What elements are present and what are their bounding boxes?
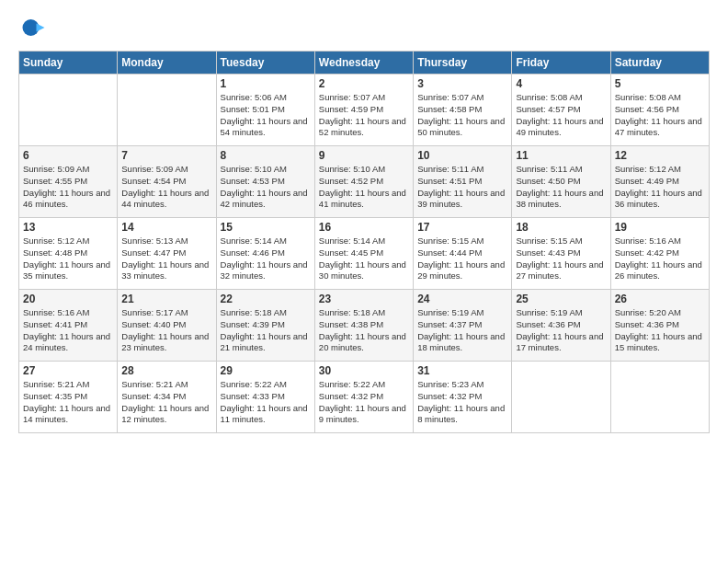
day-info: Sunrise: 5:11 AM Sunset: 4:51 PM Dayligh… xyxy=(417,164,507,211)
calendar-cell: 29Sunrise: 5:22 AM Sunset: 4:33 PM Dayli… xyxy=(216,362,314,433)
day-number: 24 xyxy=(417,293,507,305)
calendar-cell: 30Sunrise: 5:22 AM Sunset: 4:32 PM Dayli… xyxy=(314,362,413,433)
day-number: 3 xyxy=(417,77,507,90)
svg-marker-1 xyxy=(37,24,45,32)
calendar-cell: 3Sunrise: 5:07 AM Sunset: 4:58 PM Daylig… xyxy=(414,75,512,146)
day-number: 28 xyxy=(121,364,211,377)
day-info: Sunrise: 5:07 AM Sunset: 4:59 PM Dayligh… xyxy=(319,92,409,139)
calendar-cell xyxy=(610,362,709,433)
day-info: Sunrise: 5:18 AM Sunset: 4:39 PM Dayligh… xyxy=(221,307,311,354)
day-info: Sunrise: 5:09 AM Sunset: 4:54 PM Dayligh… xyxy=(121,164,211,211)
day-info: Sunrise: 5:21 AM Sunset: 4:35 PM Dayligh… xyxy=(23,379,113,426)
day-number: 20 xyxy=(23,293,113,305)
day-info: Sunrise: 5:22 AM Sunset: 4:32 PM Dayligh… xyxy=(319,379,409,426)
day-info: Sunrise: 5:19 AM Sunset: 4:36 PM Dayligh… xyxy=(516,307,606,354)
day-info: Sunrise: 5:15 AM Sunset: 4:43 PM Dayligh… xyxy=(516,236,606,282)
day-number: 6 xyxy=(23,149,113,162)
calendar-cell: 31Sunrise: 5:23 AM Sunset: 4:32 PM Dayli… xyxy=(414,362,512,433)
day-info: Sunrise: 5:16 AM Sunset: 4:41 PM Dayligh… xyxy=(23,307,113,354)
day-info: Sunrise: 5:07 AM Sunset: 4:58 PM Dayligh… xyxy=(417,92,507,139)
day-number: 2 xyxy=(319,77,409,90)
week-row-4: 27Sunrise: 5:21 AM Sunset: 4:35 PM Dayli… xyxy=(19,362,710,433)
day-info: Sunrise: 5:18 AM Sunset: 4:38 PM Dayligh… xyxy=(319,307,409,354)
day-number: 9 xyxy=(319,149,409,162)
day-number: 13 xyxy=(23,221,113,234)
header xyxy=(18,14,710,41)
calendar-cell: 25Sunrise: 5:19 AM Sunset: 4:36 PM Dayli… xyxy=(512,290,610,362)
day-info: Sunrise: 5:22 AM Sunset: 4:33 PM Dayligh… xyxy=(221,379,311,426)
calendar-cell: 11Sunrise: 5:11 AM Sunset: 4:50 PM Dayli… xyxy=(512,146,610,218)
calendar-cell: 6Sunrise: 5:09 AM Sunset: 4:55 PM Daylig… xyxy=(19,146,118,218)
day-number: 14 xyxy=(121,221,211,234)
day-header-wednesday: Wednesday xyxy=(314,52,413,75)
day-number: 25 xyxy=(516,293,606,305)
day-info: Sunrise: 5:13 AM Sunset: 4:47 PM Dayligh… xyxy=(121,236,211,282)
calendar-cell xyxy=(118,75,216,146)
day-header-friday: Friday xyxy=(512,52,610,75)
day-info: Sunrise: 5:12 AM Sunset: 4:49 PM Dayligh… xyxy=(615,164,705,211)
day-number: 16 xyxy=(319,221,409,234)
day-info: Sunrise: 5:16 AM Sunset: 4:42 PM Dayligh… xyxy=(615,236,705,282)
calendar-cell: 26Sunrise: 5:20 AM Sunset: 4:36 PM Dayli… xyxy=(610,290,709,362)
day-number: 10 xyxy=(417,149,507,162)
calendar-cell: 21Sunrise: 5:17 AM Sunset: 4:40 PM Dayli… xyxy=(118,290,216,362)
day-info: Sunrise: 5:12 AM Sunset: 4:48 PM Dayligh… xyxy=(23,236,113,282)
day-number: 19 xyxy=(615,221,705,234)
calendar-body: 1Sunrise: 5:06 AM Sunset: 5:01 PM Daylig… xyxy=(19,75,710,433)
week-row-0: 1Sunrise: 5:06 AM Sunset: 5:01 PM Daylig… xyxy=(19,75,710,146)
calendar-table: SundayMondayTuesdayWednesdayThursdayFrid… xyxy=(18,51,710,433)
calendar-cell: 19Sunrise: 5:16 AM Sunset: 4:42 PM Dayli… xyxy=(610,218,709,290)
calendar-header: SundayMondayTuesdayWednesdayThursdayFrid… xyxy=(19,52,710,75)
calendar-cell: 17Sunrise: 5:15 AM Sunset: 4:44 PM Dayli… xyxy=(414,218,512,290)
day-number: 21 xyxy=(121,293,211,305)
day-number: 26 xyxy=(615,293,705,305)
day-number: 5 xyxy=(615,77,705,90)
day-number: 22 xyxy=(221,293,311,305)
day-info: Sunrise: 5:14 AM Sunset: 4:45 PM Dayligh… xyxy=(319,236,409,282)
day-info: Sunrise: 5:15 AM Sunset: 4:44 PM Dayligh… xyxy=(417,236,507,282)
calendar-cell: 2Sunrise: 5:07 AM Sunset: 4:59 PM Daylig… xyxy=(314,75,413,146)
calendar-cell: 12Sunrise: 5:12 AM Sunset: 4:49 PM Dayli… xyxy=(610,146,709,218)
day-info: Sunrise: 5:08 AM Sunset: 4:57 PM Dayligh… xyxy=(516,92,606,139)
day-info: Sunrise: 5:06 AM Sunset: 5:01 PM Dayligh… xyxy=(221,92,311,139)
calendar-cell: 23Sunrise: 5:18 AM Sunset: 4:38 PM Dayli… xyxy=(314,290,413,362)
logo-icon xyxy=(18,14,46,41)
day-info: Sunrise: 5:11 AM Sunset: 4:50 PM Dayligh… xyxy=(516,164,606,211)
week-row-2: 13Sunrise: 5:12 AM Sunset: 4:48 PM Dayli… xyxy=(19,218,710,290)
day-info: Sunrise: 5:14 AM Sunset: 4:46 PM Dayligh… xyxy=(221,236,311,282)
day-info: Sunrise: 5:09 AM Sunset: 4:55 PM Dayligh… xyxy=(23,164,113,211)
calendar-cell: 1Sunrise: 5:06 AM Sunset: 5:01 PM Daylig… xyxy=(216,75,314,146)
calendar-cell: 7Sunrise: 5:09 AM Sunset: 4:54 PM Daylig… xyxy=(118,146,216,218)
calendar-cell: 14Sunrise: 5:13 AM Sunset: 4:47 PM Dayli… xyxy=(118,218,216,290)
day-info: Sunrise: 5:23 AM Sunset: 4:32 PM Dayligh… xyxy=(417,379,507,426)
week-row-1: 6Sunrise: 5:09 AM Sunset: 4:55 PM Daylig… xyxy=(19,146,710,218)
day-info: Sunrise: 5:17 AM Sunset: 4:40 PM Dayligh… xyxy=(121,307,211,354)
calendar-cell xyxy=(512,362,610,433)
calendar-cell: 24Sunrise: 5:19 AM Sunset: 4:37 PM Dayli… xyxy=(414,290,512,362)
day-header-tuesday: Tuesday xyxy=(216,52,314,75)
day-number: 17 xyxy=(417,221,507,234)
calendar-cell: 4Sunrise: 5:08 AM Sunset: 4:57 PM Daylig… xyxy=(512,75,610,146)
calendar-cell: 18Sunrise: 5:15 AM Sunset: 4:43 PM Dayli… xyxy=(512,218,610,290)
day-header-sunday: Sunday xyxy=(19,52,118,75)
calendar-cell: 13Sunrise: 5:12 AM Sunset: 4:48 PM Dayli… xyxy=(19,218,118,290)
day-number: 27 xyxy=(23,364,113,377)
calendar-cell: 28Sunrise: 5:21 AM Sunset: 4:34 PM Dayli… xyxy=(118,362,216,433)
day-number: 8 xyxy=(221,149,311,162)
day-info: Sunrise: 5:08 AM Sunset: 4:56 PM Dayligh… xyxy=(615,92,705,139)
logo xyxy=(18,14,50,41)
calendar-cell: 27Sunrise: 5:21 AM Sunset: 4:35 PM Dayli… xyxy=(19,362,118,433)
page-container: SundayMondayTuesdayWednesdayThursdayFrid… xyxy=(0,0,728,442)
day-number: 7 xyxy=(121,149,211,162)
day-header-saturday: Saturday xyxy=(610,52,709,75)
header-row: SundayMondayTuesdayWednesdayThursdayFrid… xyxy=(19,52,710,75)
calendar-cell: 15Sunrise: 5:14 AM Sunset: 4:46 PM Dayli… xyxy=(216,218,314,290)
day-info: Sunrise: 5:20 AM Sunset: 4:36 PM Dayligh… xyxy=(615,307,705,354)
day-number: 12 xyxy=(615,149,705,162)
calendar-cell xyxy=(19,75,118,146)
day-info: Sunrise: 5:19 AM Sunset: 4:37 PM Dayligh… xyxy=(417,307,507,354)
calendar-cell: 22Sunrise: 5:18 AM Sunset: 4:39 PM Dayli… xyxy=(216,290,314,362)
calendar-cell: 16Sunrise: 5:14 AM Sunset: 4:45 PM Dayli… xyxy=(314,218,413,290)
day-header-monday: Monday xyxy=(118,52,216,75)
calendar-cell: 8Sunrise: 5:10 AM Sunset: 4:53 PM Daylig… xyxy=(216,146,314,218)
